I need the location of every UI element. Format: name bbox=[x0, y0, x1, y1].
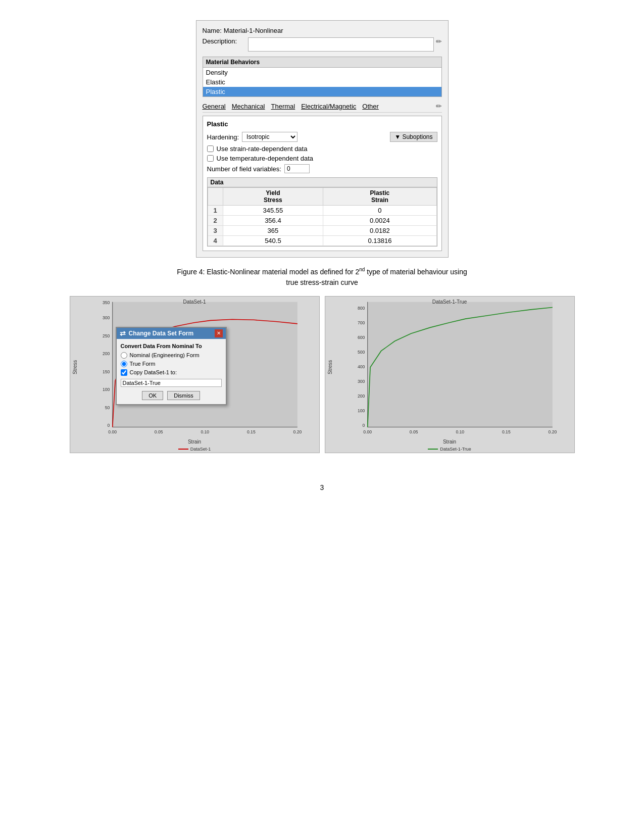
svg-text:0.00: 0.00 bbox=[363, 429, 372, 434]
menu-edit-icon[interactable]: ✏ bbox=[436, 102, 442, 110]
svg-text:0.05: 0.05 bbox=[409, 429, 418, 434]
menu-other[interactable]: Other bbox=[362, 103, 379, 110]
temp-dependent-row: Use temperature-dependent data bbox=[207, 155, 437, 162]
svg-text:300: 300 bbox=[102, 315, 110, 320]
chart-left-legend: DataSet-1 bbox=[70, 446, 319, 453]
table-row: 4 540.5 0.13816 bbox=[208, 236, 436, 246]
svg-text:0: 0 bbox=[362, 423, 365, 428]
chart-left: DataSet-1 Stress 0 50 100 150 200 250 30 bbox=[70, 296, 320, 453]
plastic-section: Plastic Hardening: Isotropic Kinematic ▼… bbox=[203, 116, 442, 251]
chart-right-svg: 0 100 200 300 400 500 600 700 800 0.00 0… bbox=[335, 297, 574, 438]
svg-text:0.20: 0.20 bbox=[293, 429, 302, 434]
description-label: Description: bbox=[203, 37, 248, 45]
strain-rate-row: Use strain-rate-dependent data bbox=[207, 145, 437, 153]
suboptions-button[interactable]: ▼ Suboptions bbox=[390, 132, 437, 142]
cell-yield-stress: 365 bbox=[223, 226, 323, 236]
legend-label-right: DataSet-1-True bbox=[440, 447, 471, 452]
svg-text:100: 100 bbox=[357, 408, 365, 413]
menu-general[interactable]: General bbox=[203, 103, 226, 110]
caption-line1: Figure 4: Elastic-Nonlinear material mod… bbox=[177, 268, 467, 276]
popup-radio-true: True Form bbox=[121, 361, 222, 367]
copy-checkbox[interactable] bbox=[121, 369, 127, 376]
caption-line2: true stress-strain curve bbox=[286, 278, 358, 286]
name-value: Material-1-Nonlinear bbox=[224, 27, 283, 34]
cell-plastic-strain: 0.0182 bbox=[323, 226, 436, 236]
radio-true[interactable] bbox=[121, 361, 127, 367]
plastic-title: Plastic bbox=[207, 120, 437, 128]
description-row: Description: ✏ bbox=[203, 37, 442, 52]
field-vars-input[interactable] bbox=[284, 164, 310, 173]
cell-rownum: 4 bbox=[208, 236, 223, 246]
popup-section-title: Convert Data From Nominal To bbox=[121, 343, 222, 349]
menu-thermal[interactable]: Thermal bbox=[271, 103, 295, 110]
behavior-plastic[interactable]: Plastic bbox=[203, 87, 441, 96]
description-input[interactable] bbox=[248, 37, 434, 52]
chart-left-xlabel: Strain bbox=[70, 438, 319, 446]
svg-text:0.10: 0.10 bbox=[456, 429, 464, 434]
popup-copy-checkbox-row: Copy DataSet-1 to: bbox=[121, 369, 222, 376]
svg-text:600: 600 bbox=[357, 335, 365, 340]
cell-yield-stress: 345.55 bbox=[223, 206, 323, 216]
strain-rate-checkbox[interactable] bbox=[207, 145, 214, 152]
table-row: 2 356.4 0.0024 bbox=[208, 216, 436, 226]
svg-text:200: 200 bbox=[357, 394, 365, 399]
name-label: Name: bbox=[203, 27, 222, 34]
svg-text:250: 250 bbox=[102, 333, 110, 338]
svg-text:500: 500 bbox=[357, 350, 365, 355]
temp-dependent-label: Use temperature-dependent data bbox=[217, 155, 314, 162]
behavior-elastic[interactable]: Elastic bbox=[203, 77, 441, 87]
popup-close-button[interactable]: ✕ bbox=[215, 329, 223, 337]
popup-titlebar: ⇄ Change Data Set Form ✕ bbox=[117, 328, 226, 339]
col-yield-stress: YieldStress bbox=[223, 188, 323, 206]
svg-text:300: 300 bbox=[357, 379, 365, 384]
menu-electrical-magnetic[interactable]: Electrical/Magnetic bbox=[301, 103, 356, 110]
hardening-label: Hardening: bbox=[207, 133, 239, 141]
col-num bbox=[208, 188, 223, 206]
svg-text:0: 0 bbox=[107, 423, 110, 428]
cell-yield-stress: 356.4 bbox=[223, 216, 323, 226]
svg-text:0.20: 0.20 bbox=[548, 429, 557, 434]
table-row: 3 365 0.0182 bbox=[208, 226, 436, 236]
table-header-row: YieldStress PlasticStrain bbox=[208, 188, 436, 206]
hardening-row: Hardening: Isotropic Kinematic ▼ Subopti… bbox=[207, 132, 437, 142]
chart-right: DataSet-1-True Stress 0 100 200 300 400 … bbox=[325, 296, 575, 453]
popup-icon: ⇄ bbox=[120, 329, 126, 337]
svg-text:0.10: 0.10 bbox=[201, 429, 209, 434]
popup-btn-row: OK Dismiss bbox=[121, 391, 222, 400]
behavior-density[interactable]: Density bbox=[203, 68, 441, 77]
edit-icon[interactable]: ✏ bbox=[436, 37, 442, 45]
hardening-select[interactable]: Isotropic Kinematic bbox=[242, 132, 298, 142]
popup-radio-nominal: Nominal (Engineering) Form bbox=[121, 352, 222, 359]
legend-line-left bbox=[178, 449, 188, 450]
table-row: 1 345.55 0 bbox=[208, 206, 436, 216]
cell-rownum: 2 bbox=[208, 216, 223, 226]
chart-right-legend: DataSet-1-True bbox=[325, 446, 574, 453]
dismiss-button[interactable]: Dismiss bbox=[167, 391, 200, 400]
ok-button[interactable]: OK bbox=[142, 391, 163, 400]
chart-right-title: DataSet-1-True bbox=[325, 298, 574, 305]
radio-nominal-label: Nominal (Engineering) Form bbox=[130, 352, 200, 358]
popup-body: Convert Data From Nominal To Nominal (En… bbox=[117, 339, 226, 404]
svg-rect-16 bbox=[367, 302, 552, 427]
material-panel: Name: Material-1-Nonlinear Description: … bbox=[196, 20, 449, 258]
menu-bar: General Mechanical Thermal Electrical/Ma… bbox=[203, 102, 442, 113]
cell-rownum: 3 bbox=[208, 226, 223, 236]
svg-text:0.15: 0.15 bbox=[502, 429, 510, 434]
chart-right-ylabel: Stress bbox=[325, 297, 335, 438]
data-title: Data bbox=[208, 178, 437, 187]
data-table: YieldStress PlasticStrain 1 345.55 0 2 3… bbox=[208, 187, 437, 246]
page: Name: Material-1-Nonlinear Description: … bbox=[0, 0, 644, 834]
svg-text:400: 400 bbox=[357, 364, 365, 369]
radio-nominal[interactable] bbox=[121, 352, 127, 359]
chart-left-ylabel: Stress bbox=[70, 297, 80, 438]
menu-mechanical[interactable]: Mechanical bbox=[232, 103, 265, 110]
page-number: 3 bbox=[320, 483, 324, 492]
radio-true-label: True Form bbox=[130, 361, 156, 367]
copy-input[interactable] bbox=[121, 379, 222, 387]
temp-dependent-checkbox[interactable] bbox=[207, 155, 214, 162]
svg-text:50: 50 bbox=[105, 405, 110, 410]
svg-text:0.05: 0.05 bbox=[154, 429, 163, 434]
popup-title: Change Data Set Form bbox=[129, 330, 194, 337]
popup-copy-row bbox=[121, 379, 222, 387]
chart-right-xlabel: Strain bbox=[325, 438, 574, 446]
